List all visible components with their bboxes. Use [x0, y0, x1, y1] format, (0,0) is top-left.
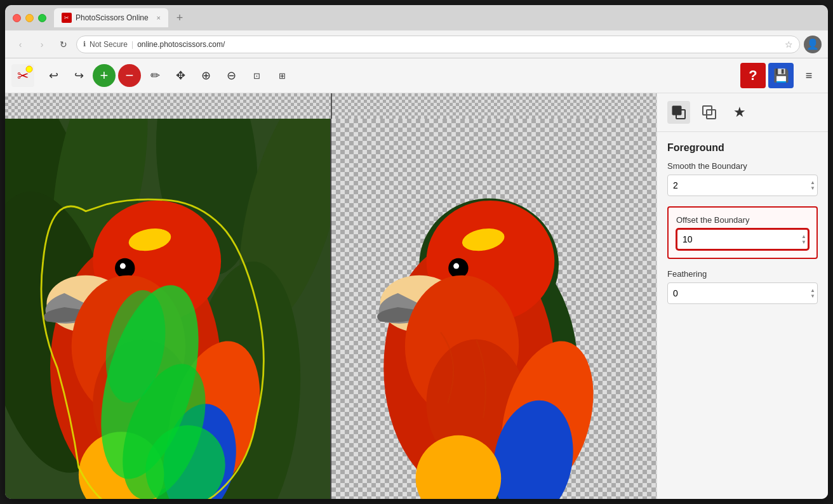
profile-button[interactable]: 👤: [804, 36, 822, 53]
smooth-up-arrow[interactable]: ▲: [810, 180, 815, 185]
main-content: ★ Foreground Smooth the Boundary ▲ ▼: [5, 93, 828, 499]
tab-title: PhotoScissors Online: [76, 13, 149, 22]
eraser-button[interactable]: ✏: [143, 64, 166, 87]
svg-point-2: [26, 66, 32, 72]
back-button[interactable]: ‹: [11, 36, 29, 53]
active-tab[interactable]: ✂ PhotoScissors Online ×: [54, 8, 168, 27]
new-tab-button[interactable]: +: [171, 9, 189, 27]
zoom-in-button[interactable]: ⊕: [194, 64, 217, 87]
profile-icon: 👤: [806, 38, 819, 50]
feathering-spinner[interactable]: ▲ ▼: [810, 288, 815, 299]
feathering-group: Feathering ▲ ▼: [667, 269, 818, 304]
offset-up-arrow[interactable]: ▲: [801, 234, 806, 239]
smooth-spinner[interactable]: ▲ ▼: [810, 180, 815, 191]
reload-button[interactable]: ↻: [55, 36, 72, 53]
section-title: Foreground: [667, 142, 818, 154]
zoom-actual-button[interactable]: ⊞: [270, 64, 293, 87]
canvas-right[interactable]: [330, 119, 656, 499]
canvas-area[interactable]: [5, 93, 656, 499]
offset-down-arrow[interactable]: ▼: [801, 240, 806, 245]
zoom-in-icon: ⊕: [201, 69, 211, 83]
security-icon: ℹ: [83, 40, 86, 48]
address-separator: |: [131, 40, 133, 49]
offset-boundary-input[interactable]: [676, 229, 809, 250]
not-secure-label: Not Secure: [90, 40, 128, 49]
tab-bar: ✂ PhotoScissors Online × +: [54, 8, 820, 27]
offset-boundary-input-container: ▲ ▼: [676, 229, 809, 250]
feathering-input-container: ▲ ▼: [667, 282, 818, 304]
smooth-boundary-label: Smooth the Boundary: [667, 161, 818, 171]
zoom-out-button[interactable]: ⊖: [220, 64, 243, 87]
add-background-button[interactable]: −: [118, 64, 141, 87]
tab-favicon: ✂: [62, 13, 72, 23]
smooth-boundary-group: Smooth the Boundary ▲ ▼: [667, 161, 818, 196]
close-window-button[interactable]: [13, 14, 21, 22]
menu-icon: ≡: [806, 69, 813, 83]
feathering-label: Feathering: [667, 269, 818, 279]
tab-close-button[interactable]: ×: [157, 14, 161, 22]
forward-icon: ›: [41, 39, 44, 50]
redo-icon: ↪: [74, 69, 84, 83]
window-controls: [13, 14, 46, 22]
save-button[interactable]: 💾: [768, 63, 794, 88]
panel-tabs: ★: [657, 93, 828, 132]
add-foreground-button[interactable]: +: [93, 64, 116, 87]
help-button[interactable]: ?: [740, 63, 766, 88]
maximize-window-button[interactable]: [38, 14, 46, 22]
smooth-boundary-input-container: ▲ ▼: [667, 175, 818, 196]
menu-button[interactable]: ≡: [796, 63, 822, 88]
undo-button[interactable]: ↩: [42, 64, 65, 87]
move-button[interactable]: ✥: [169, 64, 192, 87]
bookmark-icon[interactable]: ☆: [785, 39, 793, 50]
app-logo: ✂: [11, 64, 34, 87]
smooth-down-arrow[interactable]: ▼: [810, 186, 815, 191]
tab-background[interactable]: [698, 101, 721, 124]
browser-controls: ‹ › ↻ ℹ Not Secure | online.photoscissor…: [5, 30, 828, 58]
zoom-out-icon: ⊖: [227, 69, 236, 83]
feathering-input[interactable]: [667, 282, 818, 304]
right-panel: ★ Foreground Smooth the Boundary ▲ ▼: [656, 93, 828, 499]
help-icon: ?: [749, 67, 757, 84]
offset-spinner[interactable]: ▲ ▼: [801, 234, 806, 245]
star-icon: ★: [733, 104, 746, 121]
zoom-fit-button[interactable]: ⊡: [245, 64, 268, 87]
svg-point-13: [115, 258, 135, 278]
remove-icon: −: [126, 67, 134, 84]
offset-boundary-group: Offset the Boundary ▲ ▼: [667, 206, 818, 259]
canvas-left[interactable]: [5, 119, 330, 499]
url-text: online.photoscissors.com/: [137, 40, 225, 49]
minimize-window-button[interactable]: [25, 14, 34, 22]
add-icon: +: [100, 67, 109, 84]
right-canvas-svg: [331, 119, 656, 499]
zoom-fit-icon: ⊡: [253, 71, 260, 81]
tab-foreground[interactable]: [667, 101, 690, 124]
undo-icon: ↩: [49, 69, 58, 83]
offset-boundary-label: Offset the Boundary: [676, 215, 809, 225]
save-icon: 💾: [773, 68, 789, 83]
redo-button[interactable]: ↪: [67, 64, 90, 87]
back-icon: ‹: [19, 39, 22, 50]
background-tab-icon: [702, 105, 717, 120]
svg-point-31: [453, 263, 459, 269]
eraser-icon: ✏: [150, 69, 160, 83]
svg-point-30: [448, 258, 468, 278]
reload-icon: ↻: [60, 39, 67, 50]
panel-content: Foreground Smooth the Boundary ▲ ▼ Offse…: [657, 132, 828, 499]
smooth-boundary-input[interactable]: [667, 175, 818, 196]
foreground-tab-icon: [671, 105, 686, 120]
address-bar[interactable]: ℹ Not Secure | online.photoscissors.com/…: [76, 36, 800, 53]
app-toolbar: ✂ ↩ ↪ + − ✏ ✥ ⊕ ⊖ ⊡ ⊞: [5, 58, 828, 93]
svg-point-14: [120, 263, 126, 269]
zoom-actual-icon: ⊞: [279, 71, 286, 81]
feathering-down-arrow[interactable]: ▼: [810, 294, 815, 299]
move-icon: ✥: [176, 69, 185, 83]
feathering-up-arrow[interactable]: ▲: [810, 288, 815, 293]
tab-favorites[interactable]: ★: [728, 101, 751, 124]
left-canvas-svg: [5, 119, 330, 499]
forward-button[interactable]: ›: [33, 36, 51, 53]
